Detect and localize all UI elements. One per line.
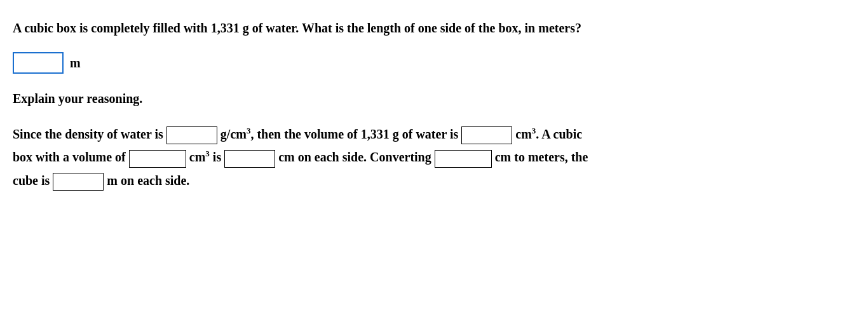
explain-heading: Explain your reasoning. [13, 92, 855, 106]
volume2-input[interactable] [129, 150, 186, 168]
answer-input[interactable] [13, 52, 64, 74]
answer-unit: m [70, 56, 81, 71]
side-cm-input[interactable] [224, 150, 275, 168]
reasoning-line-1: Since the density of water is g/cm3, the… [13, 124, 839, 144]
reasoning-line-2: box with a volume of cm3 is cm on each s… [13, 147, 839, 167]
reasoning-line-3: cube is m on each side. [13, 170, 839, 191]
side-m-input[interactable] [53, 173, 104, 191]
reasoning-block: Since the density of water is g/cm3, the… [13, 124, 839, 191]
converting-input[interactable] [435, 150, 492, 168]
density-input[interactable] [166, 126, 217, 144]
answer-row: m [13, 52, 855, 74]
question-text: A cubic box is completely filled with 1,… [13, 19, 648, 37]
volume-input[interactable] [461, 126, 512, 144]
